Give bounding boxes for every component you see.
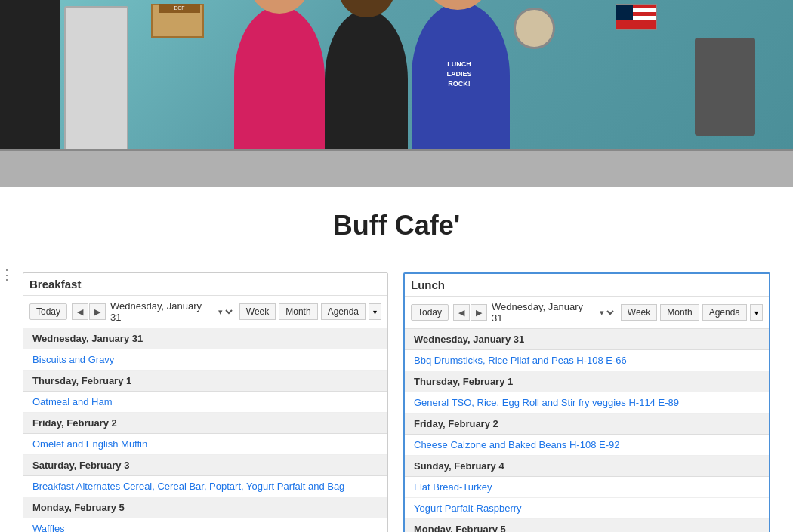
lunch-event-2[interactable]: Cheese Calzone and Baked Beans H-108 E-9… (405, 435, 769, 456)
breakfast-view-dropdown-btn[interactable]: ▾ (369, 303, 381, 320)
breakfast-date-1: Thursday, February 1 (23, 371, 387, 392)
lunch-agenda-body: Wednesday, January 31 Bbq Drumsticks, Ri… (405, 329, 769, 532)
breakfast-view-buttons: Week Month Agenda ▾ (239, 303, 381, 320)
lunch-date-dropdown[interactable]: ▾ (597, 307, 616, 318)
lunch-next-btn[interactable]: ▶ (471, 304, 487, 321)
lunch-date-1: Thursday, February 1 (405, 371, 769, 392)
lunch-event-0[interactable]: Bbq Drumsticks, Rice Pilaf and Peas H-10… (405, 350, 769, 371)
breakfast-date-0: Wednesday, January 31 (23, 328, 387, 349)
breakfast-date-2: Friday, February 2 (23, 413, 387, 434)
lunch-agenda-btn[interactable]: Agenda (702, 304, 747, 321)
breakfast-toolbar: Today ◀ ▶ Wednesday, January 31 ▾ Week M… (23, 296, 387, 328)
breakfast-event-2[interactable]: Omelet and English Muffin (23, 434, 387, 455)
lunch-view-buttons: Week Month Agenda ▾ (621, 304, 763, 321)
lunch-event-3b[interactable]: Yogurt Parfait-Raspberry (405, 498, 769, 519)
resize-handle[interactable]: ⋮ (0, 266, 15, 283)
lunch-nav: ◀ ▶ (453, 304, 487, 321)
breakfast-week-btn[interactable]: Week (239, 303, 276, 320)
breakfast-event-0[interactable]: Biscuits and Gravy (23, 349, 387, 371)
lunch-toolbar: Today ◀ ▶ Wednesday, January 31 ▾ Week M… (405, 297, 769, 329)
breakfast-event-4[interactable]: Waffles (23, 518, 387, 532)
lunch-label: Lunch (405, 274, 769, 297)
lunch-event-3a[interactable]: Flat Bread-Turkey (405, 477, 769, 498)
breakfast-nav: ◀ ▶ (72, 303, 106, 320)
breakfast-date-3: Saturday, February 3 (23, 455, 387, 476)
page-title: Buff Cafe' (0, 210, 793, 241)
breakfast-label: Breakfast (23, 273, 387, 296)
lunch-calendar: Lunch Today ◀ ▶ Wednesday, January 31 ▾ … (403, 272, 770, 532)
breakfast-agenda-body: Wednesday, January 31 Biscuits and Gravy… (23, 328, 387, 532)
breakfast-calendar: Breakfast Today ◀ ▶ Wednesday, January 3… (23, 272, 388, 532)
title-section: Buff Cafe' (0, 187, 793, 257)
lunch-date-3: Sunday, February 4 (405, 456, 769, 477)
breakfast-agenda-btn[interactable]: Agenda (321, 303, 366, 320)
lunch-date-0: Wednesday, January 31 (405, 329, 769, 350)
breakfast-next-btn[interactable]: ▶ (89, 303, 106, 320)
lunch-date-2: Friday, February 2 (405, 414, 769, 435)
lunch-view-dropdown-btn[interactable]: ▾ (750, 304, 763, 321)
lunch-month-btn[interactable]: Month (660, 304, 699, 321)
lunch-date-label: Wednesday, January 31 (492, 301, 592, 324)
breakfast-event-3[interactable]: Breakfast Alternates Cereal, Cereal Bar,… (23, 476, 387, 497)
breakfast-date-4: Monday, February 5 (23, 497, 387, 518)
lunch-today-btn[interactable]: Today (411, 304, 449, 321)
breakfast-event-1[interactable]: Oatmeal and Ham (23, 392, 387, 413)
lunch-event-1[interactable]: General TSO, Rice, Egg Roll and Stir fry… (405, 392, 769, 414)
breakfast-today-btn[interactable]: Today (29, 303, 67, 320)
lunch-prev-btn[interactable]: ◀ (453, 304, 470, 321)
lunch-week-btn[interactable]: Week (621, 304, 657, 321)
lunch-date-4: Monday, February 5 (405, 519, 769, 532)
calendars-container: Breakfast Today ◀ ▶ Wednesday, January 3… (0, 257, 793, 532)
breakfast-date-dropdown[interactable]: ▾ (215, 306, 235, 317)
breakfast-month-btn[interactable]: Month (279, 303, 317, 320)
breakfast-prev-btn[interactable]: ◀ (72, 303, 88, 320)
breakfast-date-label: Wednesday, January 31 (110, 300, 211, 323)
hero-banner: ECF LUNCHLADIESROCK! (0, 0, 793, 187)
